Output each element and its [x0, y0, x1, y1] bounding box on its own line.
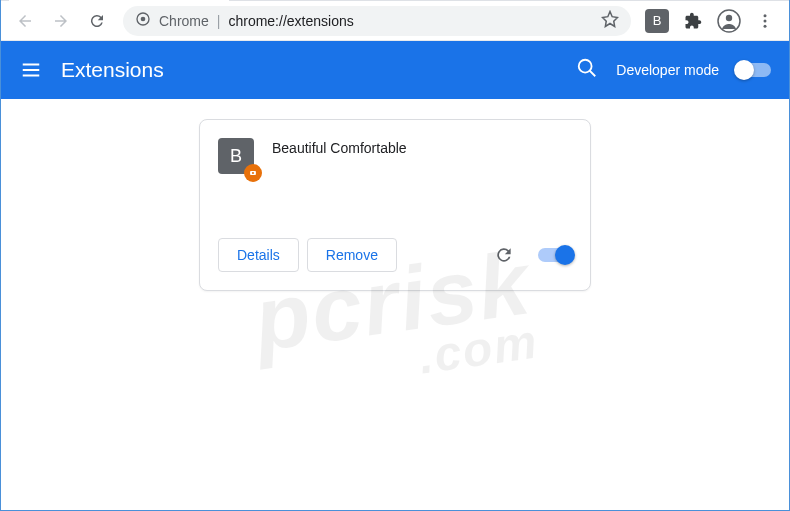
browser-toolbar: Chrome | chrome://extensions B	[1, 1, 789, 41]
forward-button[interactable]	[45, 5, 77, 37]
extensions-header: Extensions Developer mode	[1, 41, 789, 99]
remove-button[interactable]: Remove	[307, 238, 397, 272]
browser-tab[interactable]: Extensions	[9, 0, 229, 1]
reload-button[interactable]	[81, 5, 113, 37]
details-button[interactable]: Details	[218, 238, 299, 272]
search-icon[interactable]	[576, 57, 598, 83]
extension-error-badge-icon	[244, 164, 262, 182]
developer-mode-label: Developer mode	[616, 62, 719, 78]
svg-point-2	[141, 17, 146, 22]
extensions-puzzle-icon[interactable]	[677, 5, 709, 37]
svg-point-6	[764, 19, 767, 22]
content-area: pcrisk.com B Beautiful Comfortable Detai…	[1, 99, 789, 510]
developer-mode-toggle[interactable]	[737, 63, 771, 77]
svg-point-5	[764, 14, 767, 17]
back-button[interactable]	[9, 5, 41, 37]
window-controls	[654, 0, 789, 1]
svg-point-8	[579, 60, 592, 73]
extension-card: B Beautiful Comfortable Details Remove	[199, 119, 591, 291]
extension-badge[interactable]: B	[641, 5, 673, 37]
extension-icon: B	[218, 138, 254, 174]
address-bar[interactable]: Chrome | chrome://extensions	[123, 6, 631, 36]
profile-avatar-icon[interactable]	[713, 5, 745, 37]
kebab-menu-icon[interactable]	[749, 5, 781, 37]
url-scheme: Chrome	[159, 13, 209, 29]
extension-name: Beautiful Comfortable	[272, 138, 407, 228]
chrome-icon	[135, 11, 151, 30]
extension-enable-toggle[interactable]	[538, 248, 572, 262]
bookmark-star-icon[interactable]	[601, 10, 619, 31]
url-divider: |	[217, 13, 221, 29]
tab-strip: Extensions	[1, 0, 789, 1]
menu-hamburger-icon[interactable]	[19, 58, 43, 82]
reload-extension-icon[interactable]	[490, 241, 518, 269]
svg-point-4	[726, 14, 732, 20]
svg-point-10	[252, 172, 254, 174]
url-text: chrome://extensions	[228, 13, 353, 29]
page-title: Extensions	[61, 58, 164, 82]
svg-point-7	[764, 24, 767, 27]
